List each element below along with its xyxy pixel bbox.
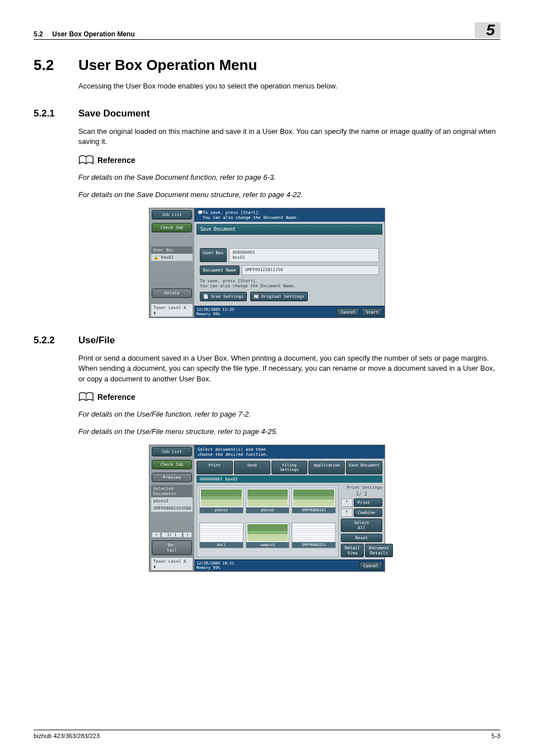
tab-filing-settings[interactable]: Filing Settings [271, 461, 308, 474]
thumb-smfp0808231[interactable]: SMFP0808231 [292, 522, 336, 548]
thumbnail-grid: photo1 photo2 SMFP0808191 doc1 sample1 S… [196, 485, 339, 557]
check-job-button[interactable]: Check Job [152, 223, 192, 232]
cancel-button[interactable]: Cancel [359, 562, 382, 570]
reference-heading-1: Reference [78, 155, 500, 165]
datetime-label: 12/28/2009 11:25 [196, 307, 234, 312]
section-number: 5.2 [34, 57, 78, 74]
reset-button[interactable]: Reset [341, 534, 382, 542]
thumb-photo2[interactable]: photo2 [246, 488, 290, 514]
scan-settings-button[interactable]: 📄 Scan Settings [200, 292, 247, 301]
save-note: To save, press [Start]. You can also cha… [200, 278, 379, 288]
footer-page-number: 5-3 [491, 732, 500, 739]
toner-level-indicator: Toner Level K ▮ [151, 304, 193, 316]
hint-bar: 💬To save, press [Start]. You can also ch… [194, 208, 385, 222]
use-file-screenshot: Job List Check Job Preview Selected Docu… [149, 445, 385, 572]
tab-send[interactable]: Send [234, 461, 270, 474]
thumb-doc1[interactable]: doc1 [199, 522, 243, 548]
tab-print[interactable]: Print [196, 461, 233, 474]
selected-documents-label: Selected Documents [151, 485, 193, 497]
user-box-sidebar-item[interactable]: 🔒 box01 [151, 254, 193, 261]
pager-up-button[interactable]: ⬆ [152, 532, 161, 538]
thumb-smfp0808191[interactable]: SMFP0808191 [292, 488, 336, 514]
chapter-number: 5 [475, 22, 500, 38]
subsection-title-text: Save Document [78, 108, 150, 119]
selected-doc-2: SMFP08081919580 [151, 505, 193, 512]
section-5-2-intro: Accessing the User Box mode enables you … [78, 81, 500, 91]
document-name-field-label[interactable]: Document Name [200, 265, 240, 275]
reference-2-line-1: For details on the Use/File function, re… [78, 409, 500, 419]
book-icon [78, 155, 94, 165]
reference-1-line-2: For details on the Save Document menu st… [78, 190, 500, 200]
preview-button[interactable]: Preview [152, 473, 192, 482]
thumb-photo1[interactable]: photo1 [199, 488, 243, 514]
toner-level-indicator: Toner Level K ▮ [151, 558, 193, 570]
original-settings-button[interactable]: 📰 Original Settings [250, 292, 307, 301]
subsection-5-2-1-heading: 5.2.1 Save Document [34, 108, 500, 119]
status-bar: 12/28/2009 10:21 Memory 99% Cancel [194, 559, 385, 571]
panel-title: Save Document [196, 224, 382, 235]
function-tabs: Print Send Filing Settings Application S… [196, 461, 382, 474]
detail-view-button[interactable]: Detail View [341, 544, 364, 557]
detail-button[interactable]: De- tail [152, 540, 192, 555]
box-breadcrumb: 000000001 box01 [196, 475, 382, 483]
tab-application[interactable]: Application [308, 461, 345, 474]
footer-model: bizhub 423/363/283/223 [34, 732, 100, 739]
user-box-sidebar-label: User Box [151, 246, 193, 254]
header-section-name: User Box Operation Menu [52, 30, 134, 38]
user-box-field-value: 000000001 box01 [229, 248, 379, 262]
subsection-number: 5.2.1 [34, 108, 78, 119]
check-job-button[interactable]: Check Job [152, 460, 192, 469]
subsection-5-2-2-text: Print or send a document saved in a User… [78, 353, 500, 384]
job-list-button[interactable]: Job List [152, 447, 192, 456]
subsection-5-2-2-heading: 5.2.2 Use/File [34, 335, 500, 346]
subsection-5-2-1-text: Scan the original loaded on this machine… [78, 127, 500, 147]
print-button[interactable]: Print [354, 498, 382, 507]
cancel-button[interactable]: Cancel [336, 308, 359, 316]
selected-doc-1: photo2 [151, 497, 193, 505]
reference-label: Reference [97, 156, 135, 165]
book-icon [78, 392, 94, 402]
thumb-page-up-button[interactable]: ⬆ [341, 498, 353, 507]
user-box-field-label[interactable]: User Box [200, 248, 227, 262]
section-title-text: User Box Operation Menu [78, 57, 257, 74]
job-list-button[interactable]: Job List [152, 210, 192, 220]
datetime-label: 12/28/2009 10:21 [196, 561, 234, 566]
reference-heading-2: Reference [78, 392, 500, 402]
reference-2-line-2: For details on the Use/File menu structu… [78, 427, 500, 437]
section-5-2-heading: 5.2 User Box Operation Menu [34, 57, 500, 74]
reference-label: Reference [97, 393, 135, 402]
page-footer: bizhub 423/363/283/223 5-3 [34, 730, 500, 739]
print-settings-label: Print Settings [341, 485, 382, 490]
thumb-sample1[interactable]: sample1 [246, 522, 290, 548]
start-button[interactable]: Start [362, 308, 382, 316]
select-all-button[interactable]: Select All [341, 519, 382, 532]
subsection-number: 5.2.2 [34, 335, 78, 346]
header-section-no: 5.2 [34, 30, 43, 38]
delete-button[interactable]: Delete [152, 288, 192, 298]
reference-1-line-1: For details on the Save Document functio… [78, 172, 500, 183]
combine-button[interactable]: Combine [354, 508, 382, 517]
document-name-field-value: SMFP09122811250 [242, 265, 379, 275]
tab-save-document[interactable]: Save Document [346, 461, 382, 474]
status-bar: 12/28/2009 11:25 Memory 99% Cancel Start [194, 306, 385, 318]
running-header: 5.2 User Box Operation Menu 5 [34, 22, 500, 40]
hint-bar: Select document(s) and then choose the d… [194, 445, 385, 459]
save-document-screenshot: Job List Check Job User Box 🔒 box01 Dele… [149, 208, 385, 318]
memory-label: Memory 99% [196, 312, 234, 316]
right-pager-label: 1/ 2 [341, 492, 382, 497]
thumb-page-down-button[interactable]: ⬇ [341, 508, 353, 517]
pager-down-button[interactable]: ⬇ [183, 532, 192, 538]
subsection-title-text: Use/File [78, 335, 115, 346]
memory-label: Memory 99% [196, 566, 234, 570]
document-details-button[interactable]: Document Details [365, 544, 393, 557]
left-pager: ⬆ 1/ 1 ⬇ [152, 532, 192, 538]
